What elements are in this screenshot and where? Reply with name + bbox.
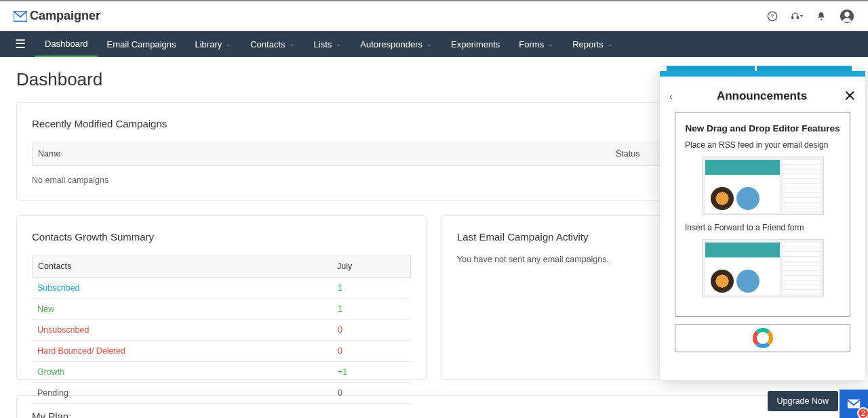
nav-reports[interactable]: Reports⌄ — [563, 31, 623, 57]
contacts-row-label: Growth — [37, 367, 338, 377]
upgrade-button[interactable]: Upgrade Now — [768, 391, 838, 411]
nav-autoresponders[interactable]: Autoresponders⌄ — [351, 31, 441, 57]
nav-lists[interactable]: Lists⌄ — [304, 31, 351, 57]
contacts-row-label: New — [37, 304, 338, 314]
main-nav: ☰ DashboardEmail CampaignsLibrary⌄Contac… — [0, 31, 868, 57]
contacts-growth-card: Contacts Growth Summary Contacts July Su… — [16, 215, 427, 380]
nav-experiments[interactable]: Experiments — [441, 31, 509, 57]
nav-label: Experiments — [451, 39, 500, 49]
header-actions: ? ▾ — [766, 9, 854, 24]
contacts-row-label: Unsubscribed — [37, 325, 338, 335]
chevron-down-icon: ⌄ — [548, 41, 553, 47]
contacts-row-label: Pending — [37, 388, 338, 398]
chevron-down-icon: ⌄ — [608, 41, 613, 47]
donut-chart-icon — [753, 328, 773, 348]
avatar-icon[interactable] — [840, 9, 854, 24]
nav-label: Forms — [519, 39, 544, 49]
contacts-card-title: Contacts Growth Summary — [32, 231, 411, 243]
announcements-panel: ‹ Announcements ✕ New Drag and Drop Edit… — [660, 71, 865, 380]
th-name: Name — [38, 149, 616, 159]
contacts-row: Pending0 — [32, 383, 411, 404]
contacts-head-period: July — [337, 262, 405, 271]
chat-badge: 2 — [857, 407, 868, 418]
svg-rect-4 — [797, 16, 798, 18]
plan-title: My Plan: — [32, 411, 839, 418]
announcement-1-title: New Drag and Drop Editor Features — [685, 123, 840, 133]
contacts-row-value: 1 — [338, 304, 406, 314]
chat-widget[interactable]: 2 — [840, 390, 868, 418]
svg-rect-3 — [792, 16, 793, 18]
contacts-row: Unsubscribed0 — [32, 320, 411, 341]
announcements-back-icon[interactable]: ‹ — [669, 91, 683, 102]
contacts-row-value: +1 — [338, 367, 406, 377]
contacts-head-label: Contacts — [38, 262, 337, 271]
brand-logo[interactable]: Campaigner — [14, 9, 100, 23]
contacts-row-value: 0 — [338, 388, 406, 398]
chevron-down-icon: ⌄ — [226, 41, 231, 47]
hamburger-icon[interactable]: ☰ — [5, 37, 35, 51]
announcement-1-image-1 — [702, 156, 824, 215]
nav-label: Dashboard — [45, 39, 88, 49]
nav-label: Lists — [314, 39, 332, 49]
headset-icon[interactable]: ▾ — [791, 10, 803, 22]
nav-library[interactable]: Library⌄ — [185, 31, 241, 57]
nav-label: Library — [195, 39, 222, 49]
chevron-down-icon: ⌄ — [290, 41, 295, 47]
announcement-card-2[interactable] — [675, 324, 850, 352]
contacts-row: Growth+1 — [32, 362, 411, 383]
campaigner-logo-icon — [14, 11, 27, 22]
contacts-row-label: Hard Bounced/ Deleted — [37, 346, 338, 356]
bell-icon[interactable] — [815, 10, 827, 22]
nav-email-campaigns[interactable]: Email Campaigns — [98, 31, 186, 57]
nav-dashboard[interactable]: Dashboard — [35, 31, 98, 57]
svg-point-7 — [844, 12, 849, 16]
announcement-1-image-2 — [702, 239, 824, 297]
header: Campaigner ? ▾ — [0, 1, 868, 31]
nav-label: Reports — [572, 39, 604, 49]
announcements-close-icon[interactable]: ✕ — [841, 87, 856, 105]
nav-label: Contacts — [250, 39, 285, 49]
contacts-row-value: 1 — [338, 283, 406, 293]
announcement-card-1[interactable]: New Drag and Drop Editor Features Place … — [675, 112, 850, 317]
contacts-row: New1 — [32, 299, 411, 320]
svg-text:?: ? — [771, 13, 774, 20]
nav-label: Autoresponders — [360, 39, 422, 49]
nav-label: Email Campaigns — [107, 39, 176, 49]
chevron-down-icon: ⌄ — [427, 41, 432, 47]
announcements-title: Announcements — [717, 89, 807, 103]
contacts-row: Subscribed1 — [32, 278, 411, 299]
contacts-head: Contacts July — [32, 255, 411, 278]
nav-forms[interactable]: Forms⌄ — [509, 31, 563, 57]
svg-rect-8 — [848, 400, 860, 409]
contacts-row-label[interactable]: Subscribed — [37, 283, 338, 293]
contacts-row: Hard Bounced/ Deleted0 — [32, 341, 411, 362]
contacts-row-value: 0 — [338, 325, 406, 335]
announcement-1-text-1: Place an RSS feed in your email design — [685, 140, 840, 150]
nav-contacts[interactable]: Contacts⌄ — [241, 31, 304, 57]
announcement-1-text-2: Insert a Forward to a Friend form — [685, 223, 840, 232]
chevron-down-icon: ⌄ — [336, 41, 341, 47]
help-icon[interactable]: ? — [766, 10, 778, 22]
contacts-row-value: 0 — [338, 346, 406, 356]
brand-name: Campaigner — [30, 9, 100, 23]
svg-point-5 — [821, 18, 822, 20]
